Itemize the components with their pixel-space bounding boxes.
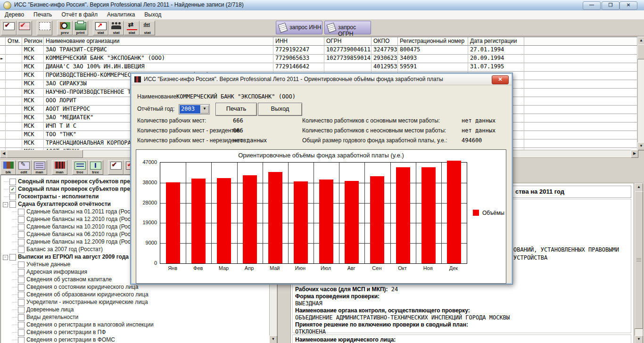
scroll-down-button[interactable]: ▼ [637, 142, 644, 150]
man-button[interactable]: man [32, 160, 47, 175]
table-row[interactable]: МСКЗАО ТРАНЗИТ-СЕРВИС7729192247102773900… [0, 46, 637, 55]
table-cell [6, 105, 22, 114]
tree-item-label[interactable]: Виды деятельности [26, 314, 78, 321]
panel-scroll-down-button[interactable]: ▼ [635, 335, 643, 343]
stat-detail-button[interactable]: stat [140, 21, 155, 35]
tree-item[interactable]: Сведения о состоянии юридического лица [1, 284, 265, 291]
tree-checkbox[interactable] [18, 329, 25, 336]
tree-checkbox[interactable] [18, 299, 25, 306]
tree-checkbox[interactable] [18, 337, 25, 343]
exit-dialog-button[interactable]: Выход [258, 103, 302, 116]
tree-item-label[interactable]: Сведения об образовании юридического лиц… [26, 291, 149, 298]
tree-item-label[interactable]: Учётные данные [26, 261, 71, 268]
tree-checkbox[interactable] [18, 292, 25, 298]
tree-checkbox[interactable] [9, 201, 16, 208]
panel-vscroll-thumb[interactable] [635, 191, 643, 329]
tree-item-label[interactable]: Сведения о регистрации в ФОМС [26, 336, 115, 343]
tree-item-label[interactable]: Сданные балансы на 12.2009 года (Росстат… [26, 238, 143, 245]
report-check-button[interactable] [1, 21, 17, 35]
dialog-close-button[interactable]: ✕ [492, 75, 509, 84]
tree-checkbox[interactable] [9, 254, 16, 261]
tree-item[interactable]: Сведения об образовании юридического лиц… [1, 291, 265, 299]
tree-item-label[interactable]: Сведения об уставном капитале [26, 276, 112, 283]
tree-item[interactable]: Виды деятельности [1, 314, 265, 321]
tree-checkbox[interactable] [9, 179, 16, 185]
chevron-down-icon[interactable]: ▼ [200, 105, 209, 114]
stat-compare-button[interactable]: stat [124, 21, 140, 35]
stat-people-button[interactable]: stat [108, 21, 124, 35]
tree-checkbox[interactable] [18, 224, 25, 230]
tree-checkbox[interactable] [18, 231, 25, 238]
tree-checkbox[interactable] [18, 216, 25, 223]
menu-item-2[interactable]: Печать [29, 10, 57, 19]
collapse-expander[interactable]: − [3, 255, 8, 260]
tree-item-label[interactable]: Сдача бухгалтерской отчётности [18, 201, 111, 208]
tree-item[interactable]: Доверенные лица [1, 306, 265, 314]
tree-item-label[interactable]: Госконтракты - исполнители [18, 193, 99, 200]
panel-scroll-up-button[interactable]: ▲ [635, 183, 643, 192]
print-button[interactable]: print [73, 21, 88, 35]
tree-item-label[interactable]: Учредители - иностранные юридические лиц… [26, 299, 148, 306]
restore-button[interactable]: ❐ [602, 1, 619, 10]
minimize-button[interactable]: — [583, 1, 601, 10]
tree-checkbox[interactable] [18, 246, 25, 253]
tree-alt-button[interactable]: tree [88, 160, 103, 175]
edit-button[interactable]: edit [16, 160, 32, 175]
tree-checkbox[interactable] [18, 209, 25, 215]
query-inn-button[interactable]: запрос ИНН [276, 21, 322, 34]
tree-item-label[interactable]: Баланс за 2007 год (Росстат) [26, 246, 103, 253]
tree-item-label[interactable]: Сводный план проверок субъектов предп [18, 178, 137, 185]
tree-item-label[interactable]: Сданные балансы на 06.2010 года (Росстат… [26, 231, 143, 238]
tree-item-label[interactable]: Сданные балансы на 12.2010 года (Росстат… [26, 216, 143, 223]
tree-item-label[interactable]: Сведения о состоянии юридического лица [26, 284, 138, 291]
tree-item-label[interactable]: Доверенные лица [26, 306, 74, 313]
tree-scroll-down-button[interactable]: ▼ [269, 335, 277, 343]
stat-people-icon [111, 22, 122, 29]
stat-chart-button[interactable]: stat [93, 21, 108, 35]
menu-item-5[interactable]: Выход [140, 10, 166, 19]
tree-guide [12, 264, 17, 265]
close-button[interactable]: ✕ [619, 1, 637, 10]
tree-item-label[interactable]: Сводный план проверок субъектов предп [18, 186, 137, 193]
report-check-red-button[interactable] [17, 21, 32, 35]
query-ogrn-button[interactable]: запрос ОГРН [324, 21, 371, 34]
tree-item-label[interactable]: Сданные балансы на 01.2011 года (Росстат… [26, 208, 143, 215]
tree-item[interactable]: Сведения о регистрации в ФОМС [1, 336, 265, 343]
collapse-expander[interactable]: − [3, 202, 8, 207]
tree-checkbox[interactable]: ✓ [9, 186, 16, 193]
scroll-up-button[interactable]: ▲ [637, 37, 644, 45]
tree-checkbox[interactable] [18, 314, 25, 321]
vscroll-thumb[interactable] [637, 44, 644, 59]
menu-item-4[interactable]: Аналитика [102, 10, 140, 19]
table-row[interactable]: МСКДИАНА'С ЗАО 100% ИН.ИН.ШВЕЦИЯ77291466… [0, 63, 637, 72]
tree-checkbox[interactable] [18, 261, 25, 268]
blk-button[interactable]: blk [0, 160, 16, 175]
check-button[interactable] [108, 160, 124, 175]
preview-button[interactable]: prev [57, 21, 73, 35]
tree-item-label[interactable]: Сданные балансы на 10.2010 года (Росстат… [26, 223, 143, 230]
tree-item[interactable]: Учредители - иностранные юридические лиц… [1, 299, 265, 306]
tree-item-label[interactable]: Выписки из ЕГРЮЛ на август 2009 года [18, 253, 129, 261]
tree-checkbox[interactable] [18, 277, 25, 283]
tree-item-label[interactable]: Сведения о регистрации в ПФ [26, 329, 106, 336]
tree-item[interactable]: Сведения о регистрации в ПФ [1, 329, 265, 336]
print-dialog-button[interactable]: Печать [215, 103, 257, 116]
tree-checkbox[interactable] [18, 239, 25, 245]
tree-button[interactable]: tree [72, 160, 88, 175]
tree-item-label[interactable]: Адресная информация [26, 269, 87, 276]
blank-report-button[interactable] [37, 21, 52, 35]
scroll-right-button[interactable]: ▶ [631, 150, 638, 158]
tree-checkbox[interactable] [18, 269, 25, 276]
menu-item-3[interactable]: Отчёт в файл [57, 10, 102, 19]
tree-checkbox[interactable] [9, 194, 16, 200]
menu-item-1[interactable]: Дерево [0, 10, 29, 19]
tree-checkbox[interactable] [18, 307, 25, 313]
man-red-button[interactable]: man [52, 160, 67, 175]
year-combobox[interactable]: 2003 ▼ [179, 104, 210, 114]
tree-checkbox[interactable] [18, 322, 25, 328]
tree-item-label[interactable]: Сведения о регистрации в налоговой инспе… [26, 321, 154, 328]
table-row[interactable]: ►МСККОММЕРЧЕСКИЙ БАНК "ЭКСПОБАНК" (ООО)7… [0, 54, 637, 63]
tree-checkbox[interactable] [18, 284, 25, 291]
hscroll-thumb[interactable] [7, 150, 83, 158]
tree-item[interactable]: Сведения о регистрации в налоговой инспе… [1, 321, 265, 329]
